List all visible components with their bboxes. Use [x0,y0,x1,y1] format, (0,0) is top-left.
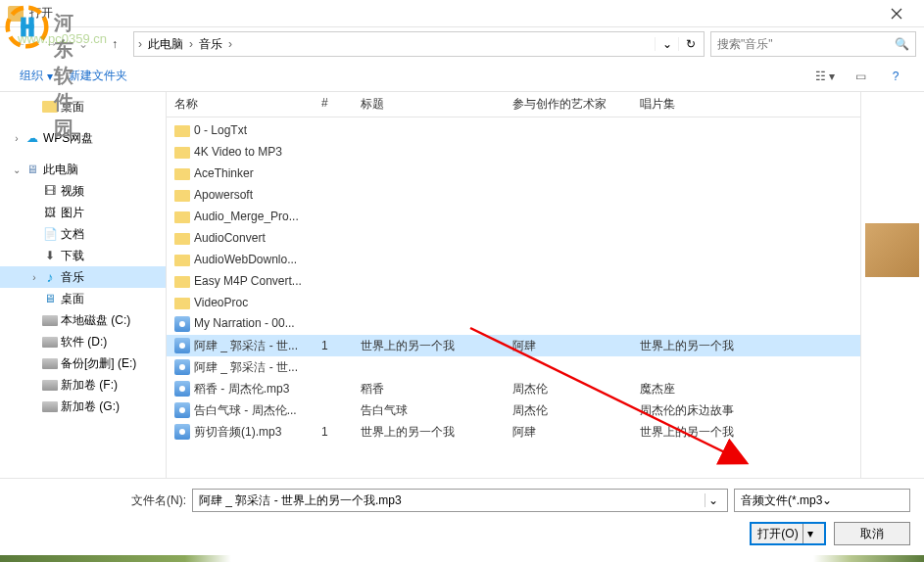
sidebar-item-label: WPS网盘 [43,130,93,147]
sidebar-item[interactable]: ⌄🖥此电脑 [0,159,166,180]
sidebar-item[interactable]: 🖼图片 [0,202,166,223]
file-row[interactable]: AudioWebDownlo... [167,249,860,270]
recent-button[interactable]: ⌄ [71,31,96,57]
audio-icon [174,402,190,418]
addressbar: ← → ⌄ ↑ › 此电脑 › 音乐 › ⌄ ↻ 🔍 [0,27,924,61]
sidebar-item[interactable]: 🖥桌面 [0,288,166,309]
up-button[interactable]: ↑ [102,31,127,57]
disk-icon [41,337,59,348]
file-row[interactable]: 0 - LogTxt [167,119,860,141]
file-row[interactable]: 剪切音频(1).mp3 1 世界上的另一个我 阿肆 世界上的另一个我 [167,421,860,443]
file-row[interactable]: Easy M4P Convert... [167,270,860,292]
preview-pane-button[interactable]: ▭ [844,65,877,88]
open-button[interactable]: 打开(O) ▾ [750,522,826,545]
dialog-footer: 文件名(N): ⌄ 音频文件(*.mp3;*.aac;*.wma;* ⌄ 打开(… [0,478,924,555]
app-icon [8,6,24,22]
sidebar-item-label: 视频 [61,183,84,200]
folder-icon [174,255,190,266]
sidebar-item[interactable]: 备份[勿删] (E:) [0,352,166,374]
path-box[interactable]: › 此电脑 › 音乐 › ⌄ ↻ [133,31,705,57]
sidebar-item[interactable]: 桌面 [0,96,166,117]
sidebar-item[interactable]: 本地磁盘 (C:) [0,309,166,331]
search-input[interactable] [717,37,895,51]
sidebar-item[interactable]: 🎞视频 [0,180,166,202]
tree-chevron-icon[interactable]: › [27,272,41,283]
file-row[interactable]: 阿肆 _ 郭采洁 - 世... 1 世界上的另一个我 阿肆 世界上的另一个我 [167,335,860,356]
column-artist[interactable]: 参与创作的艺术家 [505,92,632,117]
view-options-button[interactable]: ☷ ▾ [808,65,842,88]
sidebar-item-label: 备份[勿删] (E:) [61,355,136,372]
folder-icon [174,125,190,137]
back-button[interactable]: ← [8,31,33,57]
doc-icon: 📄 [41,227,59,241]
refresh-button[interactable]: ↻ [678,37,702,51]
preview-thumbnail [865,223,919,277]
column-name[interactable]: 名称 [167,92,314,117]
chevron-right-icon: › [226,37,234,51]
disk-icon [41,401,59,412]
image-icon: 🖼 [41,206,59,219]
window-title: 打开 [29,5,877,22]
sidebar-item[interactable]: ⬇下载 [0,245,166,266]
newfolder-button[interactable]: 新建文件夹 [61,64,135,88]
file-row[interactable]: 告白气球 - 周杰伦... 告白气球 周杰伦 周杰伦的床边故事 [167,399,860,421]
close-button[interactable] [877,0,916,27]
cancel-button[interactable]: 取消 [834,522,910,545]
chevron-down-icon: ⌄ [822,493,903,507]
titlebar: 打开 [0,0,924,27]
dropdown-button[interactable]: ⌄ [655,37,678,51]
sidebar-item[interactable]: 新加卷 (F:) [0,374,166,396]
folder-icon [174,147,190,159]
file-row[interactable]: 阿肆 _ 郭采洁 - 世... [167,356,860,378]
sidebar-item-label: 下载 [61,248,84,264]
file-row[interactable]: My Narration - 00... [167,313,860,335]
column-num[interactable]: # [314,92,353,117]
file-row[interactable]: Audio_Merge_Pro... [167,206,860,227]
file-row[interactable]: 4K Video to MP3 [167,141,860,163]
tree-chevron-icon[interactable]: ⌄ [10,164,24,175]
sidebar-item-label: 桌面 [61,291,84,307]
column-title[interactable]: 标题 [353,92,505,117]
file-list: 名称 # 标题 参与创作的艺术家 唱片集 0 - LogTxt 4K Video… [167,92,860,478]
file-row[interactable]: AudioConvert [167,227,860,249]
sidebar-item[interactable]: 新加卷 (G:) [0,396,166,417]
folder-icon [174,190,190,202]
toolbar: 组织▾ 新建文件夹 ☷ ▾ ▭ ? [0,61,924,92]
path-segment[interactable]: 音乐 [195,33,226,55]
chevron-right-icon: › [136,37,144,51]
sidebar-item-label: 音乐 [61,269,84,286]
sidebar-item-label: 新加卷 (F:) [61,377,118,394]
path-segment[interactable]: 此电脑 [144,33,187,55]
search-icon[interactable]: 🔍 [895,37,909,51]
tree-chevron-icon[interactable]: › [10,133,24,144]
computer-icon: 🖥 [24,163,41,176]
audio-icon [174,381,190,397]
forward-button[interactable]: → [39,31,65,57]
organize-menu[interactable]: 组织▾ [12,64,61,88]
file-row[interactable]: AceThinker [167,163,860,184]
filetype-filter[interactable]: 音频文件(*.mp3;*.aac;*.wma;* ⌄ [734,489,910,512]
sidebar-item[interactable]: ›☁WPS网盘 [0,127,166,149]
audio-icon [174,359,190,375]
chevron-down-icon[interactable]: ⌄ [705,493,721,507]
cloud-icon: ☁ [24,131,41,145]
chevron-right-icon: › [187,37,195,51]
sidebar-item[interactable]: 软件 (D:) [0,331,166,352]
file-row[interactable]: VideoProc [167,292,860,313]
file-row[interactable]: Apowersoft [167,184,860,206]
folder-icon [174,168,190,180]
chevron-down-icon[interactable]: ▾ [802,524,818,543]
filename-input[interactable] [199,493,705,507]
sidebar-item[interactable]: 📄文档 [0,223,166,245]
column-album[interactable]: 唱片集 [632,92,808,117]
help-button[interactable]: ? [879,65,912,88]
filename-input-box[interactable]: ⌄ [192,489,728,512]
disk-icon [41,358,59,369]
folder-icon [174,233,190,245]
file-row[interactable]: 稻香 - 周杰伦.mp3 稻香 周杰伦 魔杰座 [167,378,860,399]
folder-icon [41,101,59,113]
sidebar-item-label: 文档 [61,226,84,243]
disk-icon [41,380,59,391]
search-box[interactable]: 🔍 [710,31,916,57]
sidebar-item[interactable]: ›♪音乐 [0,266,166,288]
